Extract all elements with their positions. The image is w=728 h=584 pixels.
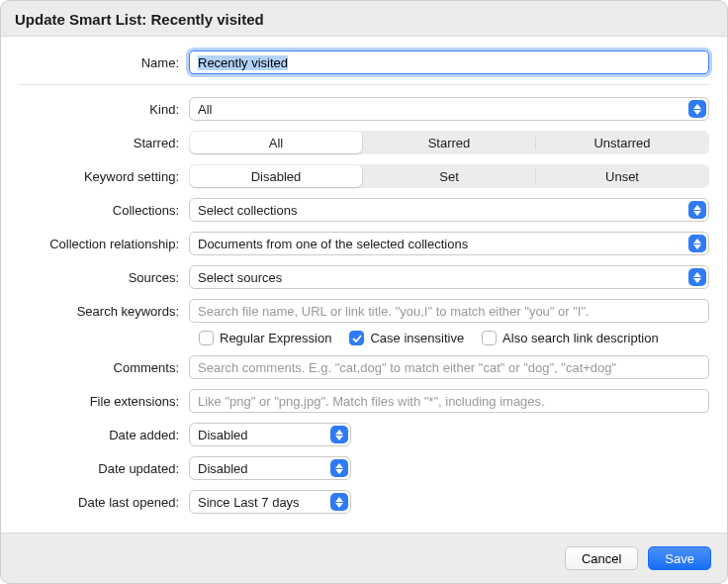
checkbox-regex[interactable]: Regular Expression: [199, 331, 331, 345]
kind-popup[interactable]: All: [189, 97, 709, 121]
label-date-updated: Date updated:: [19, 461, 189, 476]
label-collection-relationship: Collection relationship:: [19, 237, 189, 251]
collections-value: Select collections: [198, 203, 297, 218]
seg-kw-set: Set: [363, 165, 535, 187]
date-added-value: Disabled: [198, 428, 248, 442]
sources-value: Select sources: [198, 270, 282, 285]
sources-popup[interactable]: Select sources: [189, 265, 709, 289]
date-updated-popup[interactable]: Disabled: [189, 456, 351, 480]
label-file-extensions: File extensions:: [19, 394, 189, 409]
date-updated-value: Disabled: [198, 461, 248, 476]
checkbox-box: [482, 331, 497, 345]
chevron-up-down-icon: [688, 201, 706, 219]
label-kind: Kind:: [19, 102, 189, 117]
chevron-up-down-icon: [330, 426, 348, 443]
starred-segmented[interactable]: All Starred Unstarred: [189, 131, 709, 154]
label-name: Name:: [19, 55, 189, 70]
label-date-last-opened: Date last opened:: [19, 495, 189, 510]
chevron-up-down-icon: [330, 459, 348, 477]
checkbox-link-desc[interactable]: Also search link description: [482, 331, 659, 345]
checkbox-box: [349, 331, 364, 345]
chevron-up-down-icon: [688, 235, 706, 252]
dialog-window: Update Smart List: Recently visited Name…: [0, 0, 728, 584]
label-starred: Starred:: [19, 136, 189, 150]
label-collections: Collections:: [19, 203, 189, 218]
checkbox-linkdesc-label: Also search link description: [502, 331, 659, 345]
collections-popup[interactable]: Select collections: [189, 198, 709, 222]
checkbox-case-label: Case insensitive: [370, 331, 464, 345]
chevron-up-down-icon: [330, 493, 348, 511]
save-button[interactable]: Save: [648, 546, 711, 570]
seg-starred-unstarred: Unstarred: [536, 132, 708, 153]
label-sources: Sources:: [19, 270, 189, 285]
seg-starred-starred: Starred: [363, 132, 535, 153]
dialog-title: Update Smart List: Recently visited: [1, 1, 727, 36]
kind-value: All: [198, 102, 212, 117]
date-added-popup[interactable]: Disabled: [189, 423, 351, 446]
label-keyword-setting: Keyword setting:: [19, 169, 189, 184]
file-extensions-input[interactable]: [189, 389, 709, 413]
seg-starred-all: All: [190, 132, 362, 153]
checkbox-box: [199, 331, 214, 345]
label-search-keywords: Search keywords:: [19, 304, 189, 319]
collection-relationship-value: Documents from one of the selected colle…: [198, 237, 468, 251]
chevron-up-down-icon: [688, 268, 706, 286]
seg-kw-disabled: Disabled: [190, 165, 362, 187]
search-keywords-input[interactable]: [189, 299, 709, 323]
date-last-opened-popup[interactable]: Since Last 7 days: [189, 490, 351, 514]
dialog-footer: Cancel Save: [1, 534, 727, 583]
label-date-added: Date added:: [19, 428, 189, 442]
section-divider: [19, 84, 709, 85]
name-input[interactable]: [189, 50, 709, 74]
comments-input[interactable]: [189, 355, 709, 379]
checkbox-case-insensitive[interactable]: Case insensitive: [349, 331, 464, 345]
collection-relationship-popup[interactable]: Documents from one of the selected colle…: [189, 232, 709, 255]
checkbox-regex-label: Regular Expression: [220, 331, 331, 345]
seg-kw-unset: Unset: [536, 165, 708, 187]
label-comments: Comments:: [19, 360, 189, 375]
date-last-opened-value: Since Last 7 days: [198, 495, 300, 510]
keyword-segmented[interactable]: Disabled Set Unset: [189, 164, 709, 188]
cancel-button[interactable]: Cancel: [565, 546, 638, 570]
chevron-up-down-icon: [688, 100, 706, 118]
dialog-body: Name: Kind: All Starred:: [1, 36, 727, 534]
